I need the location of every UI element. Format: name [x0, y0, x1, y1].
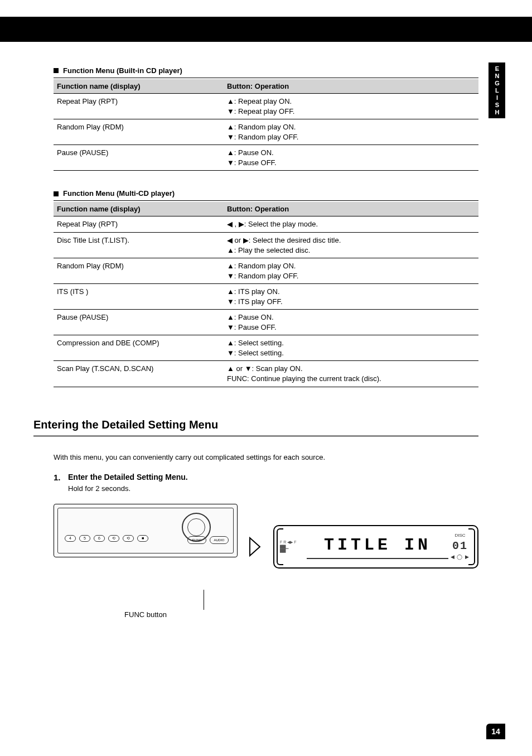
lcd-bracket — [468, 528, 475, 565]
table-row: Compression and DBE (COMP)▲: Select sett… — [54, 335, 478, 361]
preset-button: ■ — [137, 535, 148, 542]
figure-row: 4 5 6 ⟲ ⟲ ■ FUNC AUDIO FUNC button — [54, 504, 478, 590]
description: With this menu, you can conveniently car… — [54, 452, 478, 463]
step-block: 1. Enter the Detailed Setting Menu. Hold… — [54, 472, 478, 493]
bullet-square — [54, 68, 59, 73]
section-title-multi: Function Menu (Multi-CD player) — [54, 189, 478, 201]
table-row: Random Play (RDM)▲: Random play ON.▼: Ra… — [54, 258, 478, 284]
button-row: 4 5 6 ⟲ ⟲ ■ — [65, 535, 172, 542]
cell-func: Repeat Play (RPT) — [54, 94, 224, 119]
table-row: Repeat Play (RPT) ▲: Repeat play ON.▼: R… — [54, 94, 478, 119]
section-title-cd: Function Menu (Built-in CD player) — [54, 66, 478, 78]
preset-button: ⟲ — [108, 535, 119, 542]
table-row: ITS (ITS )▲: ITS play ON.▼: ITS play OFF… — [54, 284, 478, 310]
arrow-right-icon — [249, 537, 262, 557]
language-text: ENGLISH — [493, 65, 501, 116]
figure-left-wrap: 4 5 6 ⟲ ⟲ ■ FUNC AUDIO FUNC button — [54, 504, 238, 590]
table-row: Pause (PAUSE)▲: Pause ON.▼: Pause OFF. — [54, 310, 478, 335]
cell-func: Random Play (RDM) — [54, 119, 224, 145]
device-panel: 4 5 6 ⟲ ⟲ ■ FUNC AUDIO — [54, 504, 238, 557]
pointer-label: FUNC button — [54, 610, 238, 620]
lcd-main-text: TITLE IN — [307, 534, 448, 559]
heading-block: Entering the Detailed Setting Menu — [33, 417, 478, 437]
main-content: Function Menu (Built-in CD player) Funct… — [54, 56, 478, 590]
step-number: 1. — [54, 472, 68, 493]
preset-button: ⟲ — [123, 535, 134, 542]
table-row: Repeat Play (RPT)◀ , ▶: Select the play … — [54, 216, 478, 233]
section-title-text: Function Menu (Built-in CD player) — [63, 66, 182, 76]
preset-button: 6 — [94, 535, 105, 542]
bullet-square — [54, 191, 59, 196]
preset-button: 5 — [79, 535, 90, 542]
lcd-indicators: F R ◀▶ F▇▇▁▇▇ — [280, 540, 307, 553]
table-row: Random Play (RDM) ▲: Random play ON.▼: R… — [54, 119, 478, 145]
cell-ops: ▲: Random play ON.▼: Random play OFF. — [224, 119, 478, 145]
table-header-btn: Button: Operation — [224, 79, 478, 94]
pointer-line — [204, 590, 204, 610]
table-cd: Function name (display) Button: Operatio… — [54, 79, 478, 171]
heading-text: Entering the Detailed Setting Menu — [33, 417, 478, 432]
language-tab: ENGLISH — [489, 62, 505, 118]
table-row: Disc Title List (T.LIST).◀ or ▶: Select … — [54, 233, 478, 258]
header-black-bar — [0, 17, 532, 42]
step-text: Enter the Detailed Setting Menu. — [68, 472, 478, 483]
table-header-func: Function name (display) — [54, 79, 224, 94]
cell-func: Pause (PAUSE) — [54, 145, 224, 171]
audio-button: AUDIO — [210, 536, 229, 544]
table-header-btn: Button: Operation — [224, 202, 478, 216]
lcd-display: F R ◀▶ F▇▇▁▇▇ TITLE IN DISC 01 ◀ ◯ ▶ — [273, 525, 478, 569]
section-title-text: Function Menu (Multi-CD player) — [63, 189, 175, 199]
table-header-func: Function name (display) — [54, 202, 224, 216]
step-sub: Hold for 2 seconds. — [68, 484, 478, 494]
page-number: 14 — [486, 724, 505, 739]
svg-marker-0 — [250, 538, 260, 556]
table-multi: Function name (display) Button: Operatio… — [54, 202, 478, 387]
device-inner: 4 5 6 ⟲ ⟲ ■ FUNC AUDIO — [57, 508, 234, 553]
preset-button: 4 — [65, 535, 76, 542]
cell-ops: ▲: Repeat play ON.▼: Repeat play OFF. — [224, 94, 478, 119]
lcd-bracket — [277, 528, 283, 565]
func-button: FUNC — [187, 536, 206, 544]
table-row: Scan Play (T.SCAN, D.SCAN)▲ or ▼: Scan p… — [54, 361, 478, 387]
cell-ops: ▲: Pause ON.▼: Pause OFF. — [224, 145, 478, 171]
table-row: Pause (PAUSE) ▲: Pause ON.▼: Pause OFF. — [54, 145, 478, 171]
